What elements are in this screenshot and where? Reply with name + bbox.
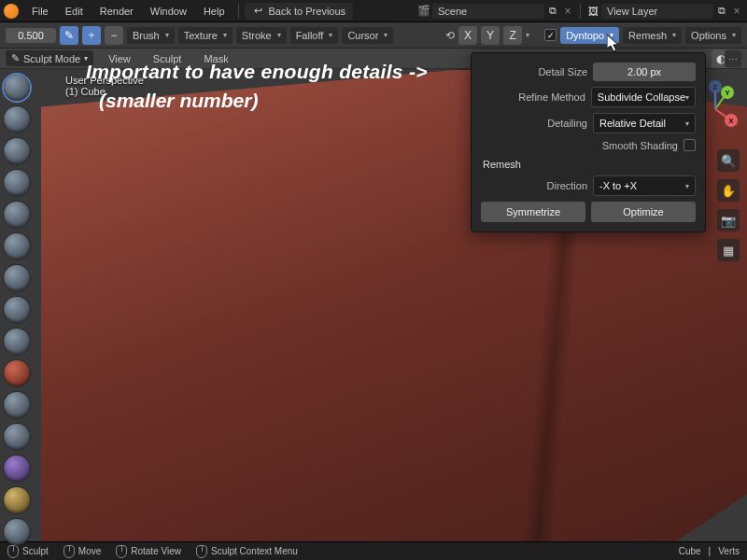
texture-dropdown[interactable]: Texture▾ [178,27,233,44]
brush-toolbar [4,75,30,545]
brush-fill[interactable] [4,360,30,386]
viewlayer-close-icon[interactable]: × [730,5,743,18]
symmetry-icon: ⟲ [445,29,455,42]
brush-layer[interactable] [4,170,30,196]
mode-dropdown[interactable]: ✎ Sculpt Mode ▾ [6,50,93,66]
menu-window[interactable]: Window [143,4,194,19]
status-object: Cube [679,546,701,556]
refine-method-label: Refine Method [518,91,585,103]
menu-file[interactable]: File [24,4,56,19]
gizmo-y-axis[interactable]: Y [721,86,734,99]
viewlayer-icon: 🖼 [586,5,599,18]
viewlayer-field[interactable]: View Layer [601,4,713,19]
back-arrow-icon: ↩ [252,5,265,18]
symmetrize-button[interactable]: Symmetrize [481,202,585,222]
zoom-icon[interactable]: 🔍 [717,149,740,172]
sculpt-mode-icon: ✎ [11,52,20,64]
smooth-shading-label: Smooth Shading [602,140,678,151]
optimize-button[interactable]: Optimize [591,202,696,222]
scene-close-icon[interactable]: × [561,5,574,18]
falloff-dropdown[interactable]: Falloff▾ [290,27,339,44]
menu-render[interactable]: Render [92,4,141,19]
brush-dropdown[interactable]: Brush▾ [127,27,175,44]
scene-label: Scene [438,6,467,17]
brush-scrape[interactable] [4,392,30,418]
brush-flatten[interactable] [4,329,30,355]
gizmo-z-axis[interactable]: Z [709,80,722,93]
menu-help[interactable]: Help [196,4,233,19]
status-bar: Sculpt Move Rotate View Sculpt Context M… [0,541,747,560]
status-move: Move [63,545,101,558]
pan-icon[interactable]: ✋ [717,179,740,202]
camera-icon[interactable]: 📷 [717,209,740,231]
detailing-select[interactable]: Relative Detail▾ [593,113,696,133]
perspective-icon[interactable]: ▦ [717,239,740,261]
viewport-side-controls: 🔍 ✋ 📷 ▦ [717,149,740,261]
menu-edit[interactable]: Edit [58,4,91,19]
main-menubar: File Edit Render Window Help ↩ Back to P… [0,0,747,22]
gizmo-x-axis[interactable]: X [725,114,738,127]
viewlayer-label: View Layer [607,6,657,17]
mouse-left-icon [63,545,75,558]
npanel-tabs: ⋯ [725,50,743,67]
brush-clay-strips[interactable] [4,138,30,164]
annotation-line-2: (smaller number) [99,90,258,112]
annotation-line-1: Important to have enough details -> [86,61,428,83]
pressure-radius-toggle[interactable]: ✎ [60,26,78,45]
browse-scene-icon[interactable]: ⧉ [546,5,559,18]
options-dropdown[interactable]: Options▾ [685,27,741,44]
direction-select[interactable]: -X to +X▾ [593,175,696,196]
status-context: Sculpt Context Menu [196,545,298,558]
brush-crease[interactable] [4,265,30,291]
brush-thumb[interactable] [4,519,30,545]
scene-field[interactable]: Scene [432,4,544,19]
direction-label: Direction [547,180,587,191]
cursor-dropdown[interactable]: Cursor▾ [342,27,393,44]
dyntopo-checkbox[interactable] [544,29,557,41]
stroke-dropdown[interactable]: Stroke▾ [236,27,287,44]
sym-z-toggle[interactable]: Z [503,26,522,45]
pen-icon: ✎ [64,29,74,42]
subtract-button[interactable]: − [105,26,123,45]
sym-x-toggle[interactable]: X [458,26,477,45]
mouse-left-icon [7,545,19,558]
remesh-section-label: Remesh [483,159,696,170]
tool-header: 0.500 ✎ + − Brush▾ Texture▾ Stroke▾ Fall… [0,22,747,49]
mouse-right-icon [196,545,207,558]
smooth-shading-checkbox[interactable] [684,139,696,151]
back-label: Back to Previous [269,6,346,17]
npanel-tab[interactable]: ⋯ [725,50,741,67]
mouse-middle-icon [116,545,127,558]
browse-viewlayer-icon[interactable]: ⧉ [715,5,728,18]
add-button[interactable]: + [82,26,101,45]
back-to-previous-button[interactable]: ↩ Back to Previous [245,3,354,20]
brush-grab[interactable] [4,455,30,482]
brush-draw[interactable] [4,75,30,101]
status-sculpt: Sculpt [7,545,49,558]
brush-clay[interactable] [4,106,30,133]
remesh-dropdown[interactable]: Remesh▾ [623,27,682,44]
dyntopo-panel: Detail Size 2.00 px Refine Method Subdiv… [471,52,706,232]
status-rotate: Rotate View [116,545,181,558]
detailing-label: Detailing [547,118,587,129]
scene-icon: 🎬 [417,5,430,18]
blender-logo-icon [4,4,19,19]
brush-smooth[interactable] [4,297,30,323]
brush-snake-hook[interactable] [4,487,30,513]
sym-y-toggle[interactable]: Y [481,26,500,45]
refine-method-select[interactable]: Subdivide Collapse▾ [591,87,696,107]
brush-pinch[interactable] [4,424,30,450]
dyntopo-dropdown[interactable]: Dyntopo▾ [560,27,619,44]
brush-inflate[interactable] [4,202,30,228]
status-verts: Verts [718,546,740,556]
radius-field[interactable]: 0.500 [6,28,56,43]
detail-size-field[interactable]: 2.00 px [593,63,696,81]
brush-blob[interactable] [4,233,30,259]
detail-size-label: Detail Size [538,66,587,77]
